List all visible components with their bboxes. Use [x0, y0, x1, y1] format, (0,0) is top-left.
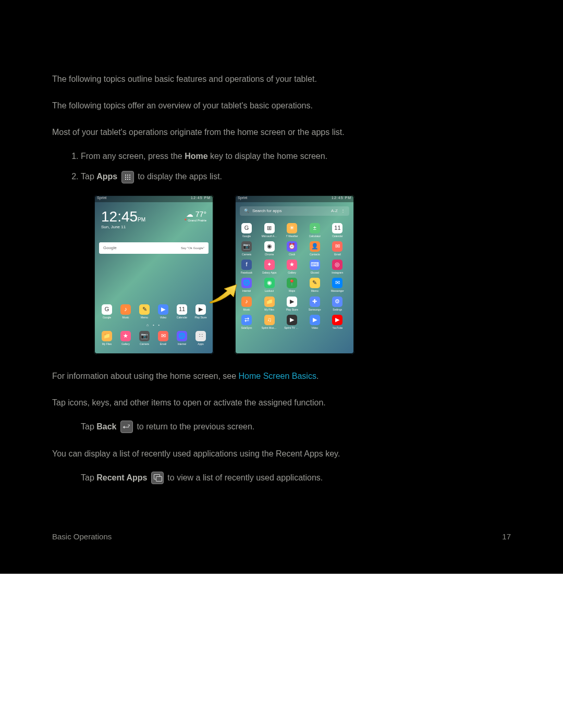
app-icon[interactable]: ✉Email	[329, 241, 345, 256]
app-icon[interactable]: ⚙Settings	[329, 297, 345, 312]
basics-intro: The following topics offer an overview o…	[52, 100, 511, 112]
apps-label: Apps	[96, 172, 117, 181]
app-icon[interactable]: ◉Chrome	[262, 241, 277, 256]
footer-section: Basic Operations	[52, 531, 112, 542]
screenshot-apps: Sprint 12:45 PM 🔍Search for apps A-Z ⋮ G…	[235, 195, 354, 355]
app-icon[interactable]: ±Calculator	[307, 223, 323, 238]
app-icon[interactable]: 📷Camera	[239, 241, 254, 256]
app-icon[interactable]: ∷Apps	[193, 331, 209, 346]
app-icon[interactable]: ★Gallery	[118, 331, 133, 346]
date-widget: Sun, June 11	[101, 224, 145, 230]
recent-intro: You can display a list of recently used …	[52, 448, 511, 460]
select-intro: Tap icons, keys, and other items to open…	[52, 397, 511, 409]
app-icon[interactable]: 11Calendar	[329, 223, 345, 238]
app-icon[interactable]: 📁My Files	[262, 297, 277, 312]
app-icon[interactable]: ✉Email	[155, 331, 171, 346]
app-icon[interactable]: fFacebook	[239, 260, 254, 275]
step-2: Tap Apps to display the apps list.	[81, 170, 511, 183]
back-label: Back	[96, 422, 116, 431]
home-screen-link-line: For information about using the home scr…	[52, 370, 511, 382]
home-screen-basics-link[interactable]: Home Screen Basics	[239, 372, 316, 380]
weather-widget: ☁ 77° 📍 Grand Prairie	[183, 209, 206, 230]
home-key-label: Home	[185, 152, 207, 161]
app-icon[interactable]: ✦Galaxy Apps	[262, 260, 277, 275]
back-bullet: Tap Back to return to the previous scree…	[81, 421, 511, 434]
app-icon[interactable]: ✉Messenger	[329, 278, 345, 293]
app-icon[interactable]: GGoogle	[99, 304, 115, 319]
recent-bullet: Tap Recent Apps to view a list of recent…	[81, 472, 511, 485]
app-icon[interactable]: ♪Music	[118, 304, 133, 319]
screenshot-home: Sprint 12:45 PM 12:45PM Sun, June 11 ☁ 7…	[94, 195, 214, 355]
clock-widget: 12:45PM	[101, 209, 145, 224]
app-icon[interactable]: ⌨Gboard	[307, 260, 323, 275]
app-icon[interactable]: 🌐Internet	[174, 331, 190, 346]
app-icon[interactable]: ✎Memo	[307, 278, 323, 293]
app-icon[interactable]: ✎Memo	[137, 304, 152, 319]
app-icon[interactable]: ★Gallery	[284, 260, 300, 275]
app-icon[interactable]: ▶Play Store	[193, 304, 209, 319]
apps-search-bar[interactable]: 🔍Search for apps A-Z ⋮	[240, 206, 349, 216]
app-icon[interactable]: 📷Camera	[137, 331, 152, 346]
app-icon[interactable]: ⊞Microsoft Apps	[262, 223, 277, 238]
status-time: 12:45 PM	[191, 195, 211, 201]
app-icon[interactable]: 🌐Internet	[239, 278, 254, 293]
intro-text: The following topics outline basic featu…	[52, 73, 511, 85]
app-icon[interactable]: ☀T Weather	[284, 223, 300, 238]
app-icon[interactable]: GGoogle	[239, 223, 254, 238]
step-1: From any screen, press the Home key to d…	[81, 150, 511, 162]
app-icon[interactable]: ⇄SideSync	[239, 315, 254, 330]
app-icon[interactable]: ◉Lookout	[262, 278, 277, 293]
recent-apps-icon	[151, 472, 164, 484]
apps-icon	[121, 171, 134, 183]
app-icon[interactable]: 👤Contacts	[307, 241, 323, 256]
app-icon[interactable]: ▶Play Store	[284, 297, 300, 312]
status-carrier: Sprint	[97, 195, 106, 201]
app-icon[interactable]: ▶Sprint TV & Movies	[284, 315, 300, 330]
app-icon[interactable]: ⏰Clock	[284, 241, 300, 256]
app-icon[interactable]: ♫Sprint Music Plus	[262, 315, 277, 330]
google-search-bar[interactable]: Google Say "Ok Google"	[99, 242, 209, 254]
app-icon[interactable]: 11Calendar	[174, 304, 190, 319]
screenshot-pair: Sprint 12:45 PM 12:45PM Sun, June 11 ☁ 7…	[94, 195, 511, 355]
app-icon[interactable]: ▶Video	[155, 304, 171, 319]
recent-apps-label: Recent Apps	[96, 473, 147, 482]
app-icon[interactable]: ♪Music	[239, 297, 254, 312]
app-icon[interactable]: ◎Instagram	[329, 260, 345, 275]
homescreen-intro: Most of your tablet's operations origina…	[52, 126, 511, 138]
app-icon[interactable]: 📍Maps	[284, 278, 300, 293]
steps-list: From any screen, press the Home key to d…	[52, 150, 511, 183]
app-icon[interactable]: ✚Samsung+	[307, 297, 323, 312]
page-indicator: ⌂ • •	[94, 323, 214, 328]
app-icon[interactable]: ▶YouTube	[329, 315, 345, 330]
footer-page-number: 17	[502, 531, 511, 542]
app-icon[interactable]: ▶Video	[307, 315, 323, 330]
app-icon[interactable]: 📁My Files	[99, 331, 115, 346]
back-icon	[120, 421, 133, 433]
